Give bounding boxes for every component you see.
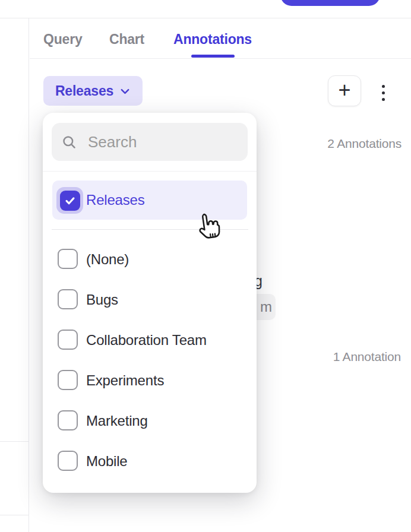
annotations-screen: Query Chart Annotations Releases + 2 Ann… (0, 0, 411, 532)
add-annotation-button[interactable]: + (328, 75, 361, 106)
dropdown-option-label: (None) (86, 239, 129, 280)
kebab-menu-icon[interactable] (376, 80, 390, 106)
tab-annotations[interactable]: Annotations (173, 31, 252, 48)
left-background-column (0, 18, 29, 532)
dropdown-option[interactable]: Experiments (43, 360, 257, 401)
plus-icon: + (338, 80, 350, 101)
primary-action-button-partial[interactable] (280, 0, 380, 6)
dropdown-option-label: Marketing (86, 401, 148, 441)
dropdown-option[interactable]: Bugs (43, 280, 257, 320)
search-input[interactable] (88, 133, 287, 151)
annotation-count-bottom: 1 Annotation (333, 350, 401, 364)
dropdown-option-label: Collaboration Team (86, 320, 207, 360)
releases-filter-dropdown-button[interactable]: Releases (43, 76, 143, 106)
check-icon (64, 194, 77, 207)
filter-button-label: Releases (55, 83, 113, 99)
dropdown-option-label: Mobile (86, 441, 128, 482)
active-tab-indicator (191, 55, 235, 58)
dropdown-option[interactable]: Mobile (43, 441, 257, 482)
tab-bar: Query Chart Annotations (30, 18, 411, 59)
dropdown-option-label: Bugs (86, 280, 118, 320)
checkbox-focus-ring (56, 187, 83, 214)
background-row-divider (0, 441, 29, 442)
dropdown-option[interactable]: Marketing (43, 401, 257, 441)
tab-chart[interactable]: Chart (109, 31, 144, 48)
dropdown-search-box (52, 123, 248, 161)
dropdown-option-label: Experiments (86, 360, 164, 401)
checkbox-checked[interactable] (60, 191, 80, 211)
releases-dropdown-panel: Releases (None) Bugs Collaboration Team (43, 113, 257, 493)
dropdown-option[interactable]: (None) (43, 239, 257, 280)
chevron-down-icon (119, 86, 131, 97)
search-icon (61, 134, 77, 150)
checkbox-unchecked[interactable] (58, 451, 78, 471)
background-row-divider (0, 515, 29, 515)
hand-pointer-cursor-icon (193, 210, 226, 244)
tab-query[interactable]: Query (43, 31, 82, 48)
dropdown-option[interactable]: Collaboration Team (43, 320, 257, 360)
checkbox-unchecked[interactable] (58, 330, 78, 350)
dropdown-divider (43, 171, 257, 172)
annotation-count-top: 2 Annotations (327, 137, 401, 151)
checkbox-unchecked[interactable] (58, 289, 78, 309)
dropdown-options-list: (None) Bugs Collaboration Team Experimen… (43, 239, 257, 482)
checkbox-unchecked[interactable] (58, 370, 78, 390)
dropdown-option-label: Releases (86, 180, 144, 220)
checkbox-unchecked[interactable] (58, 410, 78, 430)
checkbox-unchecked[interactable] (58, 249, 78, 269)
